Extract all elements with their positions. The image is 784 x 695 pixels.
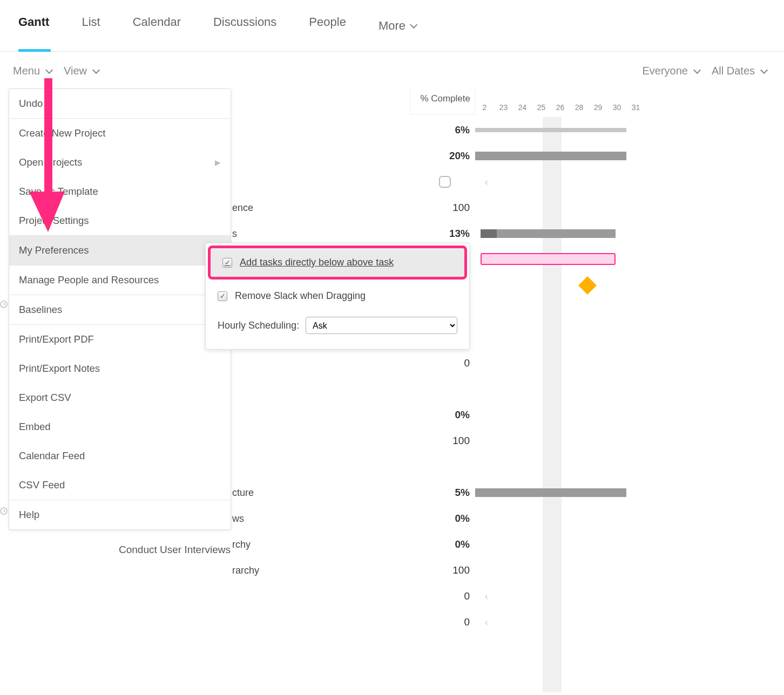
date-cell[interactable]: 29 xyxy=(589,103,607,117)
column-header-complete[interactable]: % Complete xyxy=(410,87,475,115)
collapse-icon[interactable]: ‹ xyxy=(485,176,488,188)
gantt-bar-progress[interactable] xyxy=(481,229,497,238)
menu-print-notes[interactable]: Print/Export Notes xyxy=(9,354,231,383)
filter-everyone[interactable]: Everyone xyxy=(642,65,699,77)
tab-gantt[interactable]: Gantt xyxy=(18,15,49,51)
checkbox-icon[interactable]: ✓ xyxy=(222,258,232,268)
menu-save-template[interactable]: Save as Template xyxy=(9,177,231,206)
menu-open-projects[interactable]: Open Projects ▶ xyxy=(9,148,231,177)
toolbar-menu[interactable]: Menu xyxy=(13,65,51,77)
menu-my-preferences[interactable]: My Preferences xyxy=(9,236,231,265)
checkbox-icon[interactable]: ✓ xyxy=(218,291,227,301)
percent-complete: 100 xyxy=(410,564,470,576)
tab-people[interactable]: People xyxy=(309,15,346,51)
task-row[interactable]: rarchy 100 xyxy=(0,557,784,583)
task-name: rarchy xyxy=(232,565,259,576)
checkbox-empty[interactable] xyxy=(439,176,451,188)
pref-hourly-scheduling: Hourly Scheduling: Ask xyxy=(206,310,469,340)
top-tabs: Gantt List Calendar Discussions People M… xyxy=(0,0,784,52)
task-name: rchy xyxy=(232,539,251,550)
gantt-bar[interactable] xyxy=(475,152,626,160)
menu-help[interactable]: Help xyxy=(9,500,231,529)
percent-complete: 0 xyxy=(410,357,470,369)
task-row[interactable]: 0 ‹ xyxy=(0,583,784,609)
menu-baselines[interactable]: Baselines xyxy=(9,295,231,324)
percent-complete: 0 xyxy=(410,616,470,628)
task-row[interactable]: 0 ‹ xyxy=(0,609,784,635)
toolbar-view-label: View xyxy=(64,65,87,77)
chevron-down-icon xyxy=(693,66,701,73)
preferences-flyout: ✓ Add tasks directly below above task ✓ … xyxy=(205,243,470,350)
chevron-down-icon xyxy=(92,66,100,73)
menu-export-csv[interactable]: Export CSV xyxy=(9,383,231,412)
menu-dropdown: Undo Create New Project Open Projects ▶ … xyxy=(9,88,231,530)
percent-complete: 0% xyxy=(410,409,470,421)
percent-complete: 6% xyxy=(410,124,470,136)
pref-add-tasks-below-label: Add tasks directly below above task xyxy=(240,257,394,268)
gantt-bar-selected[interactable] xyxy=(481,253,616,265)
gantt-bar[interactable] xyxy=(497,229,616,238)
gantt-bar[interactable] xyxy=(475,488,626,497)
percent-complete: 0% xyxy=(410,513,470,524)
gantt-bar[interactable] xyxy=(475,128,626,132)
tab-more-label: More xyxy=(379,19,405,33)
toolbar-view[interactable]: View xyxy=(64,65,98,77)
task-name: Conduct User Interviews xyxy=(119,544,231,556)
task-name: s xyxy=(232,228,237,240)
pref-remove-slack-label: Remove Slack when Dragging xyxy=(235,290,366,302)
filter-everyone-label: Everyone xyxy=(642,65,688,77)
menu-create-project[interactable]: Create New Project xyxy=(9,119,231,148)
pref-remove-slack[interactable]: ✓ Remove Slack when Dragging xyxy=(206,282,469,310)
collapse-icon[interactable]: ‹ xyxy=(485,617,488,628)
date-cell[interactable]: 24 xyxy=(513,103,532,117)
menu-csv-feed[interactable]: CSV Feed xyxy=(9,471,231,500)
filter-all-dates-label: All Dates xyxy=(712,65,755,77)
chevron-down-icon xyxy=(45,66,53,73)
menu-undo[interactable]: Undo xyxy=(9,89,231,118)
chevron-down-icon xyxy=(760,66,768,73)
date-cell[interactable]: 26 xyxy=(551,103,570,117)
filter-all-dates[interactable]: All Dates xyxy=(712,65,766,77)
clock-icon xyxy=(0,507,8,515)
task-name: ws xyxy=(232,513,244,524)
date-cell[interactable]: 31 xyxy=(626,103,645,117)
percent-complete: 100 xyxy=(410,202,470,214)
date-cell[interactable]: 23 xyxy=(494,103,513,117)
menu-embed[interactable]: Embed xyxy=(9,412,231,441)
percent-complete: 20% xyxy=(410,150,470,162)
date-cell[interactable]: 30 xyxy=(607,103,626,117)
date-cell[interactable]: 28 xyxy=(570,103,589,117)
clock-icon xyxy=(0,301,8,308)
collapse-icon[interactable]: ‹ xyxy=(485,591,488,602)
hourly-scheduling-select[interactable]: Ask xyxy=(306,317,457,334)
tab-discussions[interactable]: Discussions xyxy=(213,15,276,51)
tab-more[interactable]: More xyxy=(379,15,415,51)
timeline-header: 2 23 24 25 26 28 29 30 31 xyxy=(475,103,784,117)
submenu-arrow-icon: ▶ xyxy=(215,158,221,167)
percent-complete: 100 xyxy=(410,435,470,447)
percent-complete: 5% xyxy=(410,487,470,499)
menu-calendar-feed[interactable]: Calendar Feed xyxy=(9,441,231,471)
toolbar-menu-label: Menu xyxy=(13,65,40,77)
tab-calendar[interactable]: Calendar xyxy=(133,15,181,51)
pref-add-tasks-below[interactable]: ✓ Add tasks directly below above task xyxy=(208,246,467,280)
percent-complete: 0% xyxy=(410,539,470,550)
toolbar: Menu View Everyone All Dates xyxy=(0,52,784,87)
task-name: cture xyxy=(232,487,254,499)
date-cell[interactable]: 2 xyxy=(475,103,494,117)
menu-open-projects-label: Open Projects xyxy=(19,156,82,168)
tab-list[interactable]: List xyxy=(82,15,100,51)
menu-project-settings[interactable]: Project Settings xyxy=(9,206,231,235)
percent-complete: 0 xyxy=(410,590,470,602)
menu-print-pdf[interactable]: Print/Export PDF xyxy=(9,325,231,354)
percent-complete: 13% xyxy=(410,228,470,240)
menu-manage-people[interactable]: Manage People and Resources xyxy=(9,265,231,295)
task-name: ence xyxy=(232,202,253,214)
chevron-down-icon xyxy=(410,21,417,28)
task-row[interactable]: rchy 0% xyxy=(0,532,784,557)
pref-hourly-label: Hourly Scheduling: xyxy=(218,320,299,331)
milestone-icon[interactable] xyxy=(578,276,597,295)
date-cell[interactable]: 25 xyxy=(532,103,551,117)
